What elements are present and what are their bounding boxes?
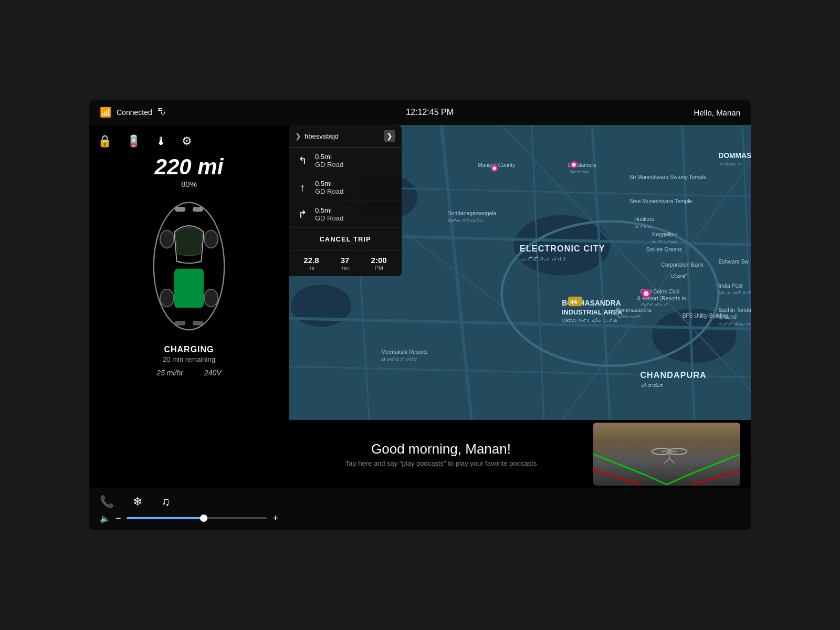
right-panel: ELECTRONIC CITY ಎದ್ದ್ನಾ.ನ ನಗರ Doddanagam… <box>289 125 751 488</box>
step-2-distance: 0.5mi <box>315 180 343 187</box>
distance-value: 22.8 <box>303 256 319 265</box>
greeting-title: Good morning, Manan! <box>299 441 583 457</box>
bottom-info-section: Good morning, Manan! Tap here and say "p… <box>289 420 751 488</box>
charging-title: CHARGING <box>163 345 215 354</box>
range-percent: 80% <box>155 180 224 188</box>
left-panel: 🔒 🪫 🌡 ⚙ 220 mi 80% <box>89 125 289 488</box>
step-1-road: GD Road <box>315 161 343 169</box>
lock-icon[interactable]: 🔒 <box>98 134 112 148</box>
volume-fill <box>127 517 204 519</box>
svg-text:Meenakshi Resorts: Meenakshi Resorts <box>381 349 427 355</box>
svg-text:Sri Muneshwara Swamy Temple: Sri Muneshwara Swamy Temple <box>629 174 707 180</box>
nav-destination: ❯ hbesvsbsjd <box>295 132 339 140</box>
clock-display: 12:12:45 PM <box>406 108 454 117</box>
car-infotainment-screen: 📶 Connected ⮷ 12:12:45 PM Hello, Manan 🔒… <box>89 100 751 530</box>
svg-point-71 <box>492 166 496 170</box>
svg-text:ಬೊಮ್ಮಸಂದ್ರ ಯಿಲ ಬರಿಯ: ಬೊಮ್ಮಸಂದ್ರ ಯಿಲ ಬರಿಯ <box>562 318 618 323</box>
user-greeting: Hello, Manan <box>694 108 740 117</box>
destination-name: hbesvsbsjd <box>304 132 339 140</box>
svg-text:Smilee Greens: Smilee Greens <box>646 247 682 253</box>
svg-text:Huskuru: Huskuru <box>634 217 655 223</box>
nav-step-2: ↑ 0.5mi GD Road <box>289 174 402 201</box>
svg-text:Kaggalipur: Kaggalipur <box>652 232 678 237</box>
phone-icon[interactable]: 📞 <box>100 495 114 509</box>
volume-thumb[interactable] <box>200 514 207 522</box>
svg-text:ದಮ್ಮಾಸನ: ದಮ್ಮಾಸನ <box>720 162 742 167</box>
svg-point-2 <box>160 230 174 248</box>
distance-unit: mi <box>303 265 319 271</box>
battery-icon[interactable]: 🪫 <box>127 134 141 148</box>
volume-icon: 🔈 <box>100 513 110 523</box>
turn-right-icon: ↱ <box>295 208 310 220</box>
nav-summary: 22.8 mi 37 min 2:00 PM <box>289 250 402 276</box>
bottom-controls-bar: 📞 ❄ ♫ 🔈 − + <box>89 488 751 530</box>
svg-text:Doddanagamangala: Doddanagamangala <box>447 211 496 216</box>
top-bar: 📶 Connected ⮷ 12:12:45 PM Hello, Manan <box>89 100 751 125</box>
volume-slider[interactable] <box>127 517 268 519</box>
svg-text:DOMMASAN: DOMMASAN <box>718 152 751 160</box>
wifi-icon: 📶 <box>100 107 111 118</box>
svg-text:CHANDAPURA: CHANDAPURA <box>640 370 706 380</box>
svg-rect-6 <box>175 207 185 211</box>
navigation-panel: ❯ hbesvsbsjd ❯ ↰ 0.5mi GD Road <box>289 125 402 276</box>
svg-text:ಬೊಮ್ಮಸಂದ್ರ: ಬೊಮ್ಮಸಂದ್ರ <box>616 314 642 320</box>
nav-step-1-info: 0.5mi GD Road <box>315 153 343 169</box>
cancel-trip-button[interactable]: CANCEL TRIP <box>319 235 371 243</box>
car-info-panel: 220 mi 80% <box>98 154 280 482</box>
svg-text:ಹುಸ್ಕೂರು: ಹುಸ್ಕೂರು <box>634 225 652 229</box>
nav-cancel-area[interactable]: CANCEL TRIP <box>289 228 402 250</box>
svg-text:Corporation Bank: Corporation Bank <box>662 262 704 268</box>
bottom-icon-row: 📞 ❄ ♫ <box>100 495 278 509</box>
charging-remaining: 20 min remaining <box>163 355 215 363</box>
range-display: 220 mi 80% <box>155 154 224 188</box>
nav-step-1: ↰ 0.5mi GD Road <box>289 148 402 174</box>
map-area[interactable]: ELECTRONIC CITY ಎದ್ದ್ನಾ.ನ ನಗರ Doddanagam… <box>289 125 751 420</box>
volume-decrease-button[interactable]: − <box>116 513 121 524</box>
tire-icon[interactable]: ⚙ <box>182 134 192 148</box>
nav-header: ❯ hbesvsbsjd ❯ <box>289 125 402 148</box>
svg-text:ಮೀನಾಕ್ಷಿ ರೆಸಾರ್ಟ್: ಮೀನಾಕ್ಷಿ ರೆಸಾರ್ಟ್ <box>381 357 417 362</box>
svg-text:ದೊಡ್ಡಮಾರ: ದೊಡ್ಡಮಾರ <box>569 170 590 175</box>
charging-voltage: 240V <box>204 369 222 377</box>
greeting-subtitle: Tap here and say "play podcasts" to play… <box>299 459 583 467</box>
greeting-area[interactable]: Good morning, Manan! Tap here and say "p… <box>299 441 583 467</box>
nav-step-3-info: 0.5mi GD Road <box>315 206 343 222</box>
svg-text:Sree Muneshwara Temple: Sree Muneshwara Temple <box>629 198 692 204</box>
svg-point-3 <box>204 230 218 248</box>
status-icons-row: 🔒 🪫 🌡 ⚙ <box>98 131 280 154</box>
nav-eta: 2:00 PM <box>371 256 387 271</box>
svg-text:Sachin Tendulkar: Sachin Tendulkar <box>718 307 751 313</box>
nav-duration: 37 min <box>340 256 350 271</box>
svg-text:ಎದ್ದ್ನಾ.ನ ನಗರ: ಎದ್ದ್ನಾ.ನ ನಗರ <box>521 256 568 262</box>
range-miles: 220 mi <box>155 154 224 180</box>
svg-text:Ground: Ground <box>718 314 737 320</box>
svg-rect-8 <box>175 321 185 325</box>
volume-row: 🔈 − + <box>100 513 278 524</box>
rear-camera-view <box>593 423 740 486</box>
nav-expand-button[interactable]: ❯ <box>384 130 395 142</box>
fan-icon[interactable]: ❄ <box>133 495 142 509</box>
main-content: 🔒 🪫 🌡 ⚙ 220 mi 80% <box>89 125 751 488</box>
svg-text:India Post: India Post <box>718 283 742 289</box>
svg-point-74 <box>644 291 648 296</box>
connection-status-label: Connected <box>117 108 152 117</box>
svg-text:Bommasandra: Bommasandra <box>616 307 652 313</box>
svg-point-5 <box>204 289 218 307</box>
svg-text:ELECTRONIC CITY: ELECTRONIC CITY <box>520 244 605 253</box>
temperature-icon[interactable]: 🌡 <box>155 134 167 148</box>
charging-stats: 25 mi/hr 240V <box>156 369 221 377</box>
step-1-distance: 0.5mi <box>315 153 343 161</box>
step-2-road: GD Road <box>315 187 343 195</box>
svg-rect-1 <box>174 269 204 308</box>
eta-unit: PM <box>371 265 387 271</box>
straight-icon: ↑ <box>295 182 310 194</box>
svg-text:ಸಚಿನ್ ತೆಂಡೂಲ್ಕರ್...: ಸಚಿನ್ ತೆಂಡೂಲ್ಕರ್... <box>718 322 751 327</box>
volume-increase-button[interactable]: + <box>272 513 278 524</box>
step-3-road: GD Road <box>315 214 343 222</box>
svg-point-69 <box>572 163 576 166</box>
music-icon[interactable]: ♫ <box>161 495 170 509</box>
top-left-status: 📶 Connected ⮷ <box>100 107 166 118</box>
bluetooth-icon: ⮷ <box>158 108 166 117</box>
svg-text:Eshwara Sw: Eshwara Sw <box>718 259 749 265</box>
nav-step-3: ↱ 0.5mi GD Road <box>289 201 402 228</box>
